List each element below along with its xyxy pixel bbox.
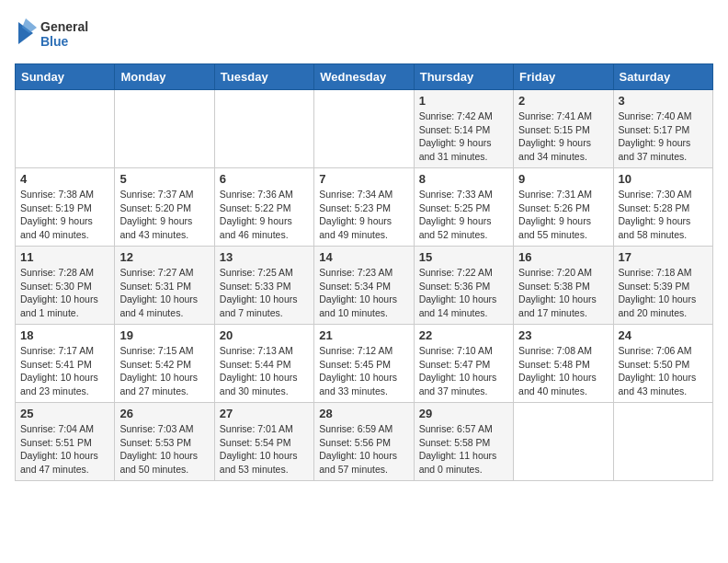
- day-cell: 18Sunrise: 7:17 AM Sunset: 5:41 PM Dayli…: [16, 325, 115, 403]
- day-number: 5: [119, 172, 209, 186]
- day-cell: 1Sunrise: 7:42 AM Sunset: 5:14 PM Daylig…: [414, 90, 513, 168]
- day-header-monday: Monday: [115, 64, 214, 90]
- day-cell: 28Sunrise: 6:59 AM Sunset: 5:56 PM Dayli…: [314, 403, 414, 481]
- day-info: Sunrise: 7:40 AM Sunset: 5:17 PM Dayligh…: [619, 109, 708, 164]
- day-number: 25: [20, 407, 109, 420]
- day-info: Sunrise: 7:41 AM Sunset: 5:15 PM Dayligh…: [518, 109, 608, 164]
- day-info: Sunrise: 7:28 AM Sunset: 5:30 PM Dayligh…: [20, 266, 109, 320]
- day-info: Sunrise: 7:34 AM Sunset: 5:23 PM Dayligh…: [319, 188, 408, 242]
- day-info: Sunrise: 7:12 AM Sunset: 5:45 PM Dayligh…: [319, 344, 408, 398]
- week-row-2: 4Sunrise: 7:38 AM Sunset: 5:19 PM Daylig…: [16, 168, 713, 247]
- logo: General Blue: [15, 15, 88, 56]
- day-info: Sunrise: 7:38 AM Sunset: 5:19 PM Dayligh…: [20, 188, 109, 242]
- day-cell: 10Sunrise: 7:30 AM Sunset: 5:28 PM Dayli…: [613, 168, 712, 247]
- week-row-1: 1Sunrise: 7:42 AM Sunset: 5:14 PM Daylig…: [16, 90, 713, 168]
- day-cell: 22Sunrise: 7:10 AM Sunset: 5:47 PM Dayli…: [414, 325, 513, 403]
- svg-text:General: General: [40, 19, 88, 34]
- day-number: 23: [518, 328, 608, 342]
- day-number: 20: [220, 328, 309, 342]
- day-header-friday: Friday: [514, 64, 613, 90]
- day-cell: 9Sunrise: 7:31 AM Sunset: 5:26 PM Daylig…: [514, 168, 613, 247]
- day-cell: 21Sunrise: 7:12 AM Sunset: 5:45 PM Dayli…: [314, 325, 414, 403]
- day-info: Sunrise: 6:57 AM Sunset: 5:58 PM Dayligh…: [419, 422, 508, 477]
- day-headers-row: SundayMondayTuesdayWednesdayThursdayFrid…: [16, 64, 713, 90]
- week-row-3: 11Sunrise: 7:28 AM Sunset: 5:30 PM Dayli…: [16, 247, 713, 325]
- day-number: 2: [518, 94, 608, 108]
- calendar-header: SundayMondayTuesdayWednesdayThursdayFrid…: [16, 64, 713, 90]
- day-info: Sunrise: 7:37 AM Sunset: 5:20 PM Dayligh…: [119, 188, 209, 242]
- day-number: 27: [220, 407, 309, 420]
- day-cell: 6Sunrise: 7:36 AM Sunset: 5:22 PM Daylig…: [214, 168, 313, 247]
- day-number: 15: [419, 250, 508, 264]
- day-cell: 11Sunrise: 7:28 AM Sunset: 5:30 PM Dayli…: [16, 247, 115, 325]
- day-number: 16: [518, 250, 608, 264]
- day-number: 11: [20, 250, 109, 264]
- calendar-table: SundayMondayTuesdayWednesdayThursdayFrid…: [15, 63, 713, 481]
- day-number: 1: [419, 94, 508, 108]
- day-info: Sunrise: 7:17 AM Sunset: 5:41 PM Dayligh…: [20, 344, 109, 398]
- day-number: 8: [419, 172, 508, 186]
- day-info: Sunrise: 7:22 AM Sunset: 5:36 PM Dayligh…: [419, 266, 508, 320]
- calendar-body: 1Sunrise: 7:42 AM Sunset: 5:14 PM Daylig…: [16, 90, 713, 481]
- day-cell: [16, 90, 115, 168]
- day-info: Sunrise: 7:10 AM Sunset: 5:47 PM Dayligh…: [419, 344, 508, 398]
- day-cell: 13Sunrise: 7:25 AM Sunset: 5:33 PM Dayli…: [214, 247, 313, 325]
- day-number: 18: [20, 328, 109, 342]
- day-header-tuesday: Tuesday: [214, 64, 313, 90]
- day-cell: 15Sunrise: 7:22 AM Sunset: 5:36 PM Dayli…: [414, 247, 513, 325]
- day-cell: 7Sunrise: 7:34 AM Sunset: 5:23 PM Daylig…: [314, 168, 414, 247]
- day-cell: 17Sunrise: 7:18 AM Sunset: 5:39 PM Dayli…: [613, 247, 712, 325]
- day-cell: [514, 403, 613, 481]
- day-info: Sunrise: 7:01 AM Sunset: 5:54 PM Dayligh…: [220, 422, 309, 477]
- day-cell: 19Sunrise: 7:15 AM Sunset: 5:42 PM Dayli…: [115, 325, 214, 403]
- day-number: 13: [220, 250, 309, 264]
- day-number: 3: [619, 94, 708, 108]
- logo-svg: General Blue: [15, 15, 88, 56]
- day-cell: 29Sunrise: 6:57 AM Sunset: 5:58 PM Dayli…: [414, 403, 513, 481]
- day-cell: 24Sunrise: 7:06 AM Sunset: 5:50 PM Dayli…: [613, 325, 712, 403]
- day-cell: 27Sunrise: 7:01 AM Sunset: 5:54 PM Dayli…: [214, 403, 313, 481]
- day-cell: 2Sunrise: 7:41 AM Sunset: 5:15 PM Daylig…: [514, 90, 613, 168]
- day-cell: 14Sunrise: 7:23 AM Sunset: 5:34 PM Dayli…: [314, 247, 414, 325]
- day-cell: 26Sunrise: 7:03 AM Sunset: 5:53 PM Dayli…: [115, 403, 214, 481]
- day-number: 28: [319, 407, 408, 420]
- day-number: 4: [20, 172, 109, 186]
- day-header-sunday: Sunday: [16, 64, 115, 90]
- day-info: Sunrise: 7:13 AM Sunset: 5:44 PM Dayligh…: [220, 344, 309, 398]
- day-number: 12: [119, 250, 209, 264]
- day-number: 9: [518, 172, 608, 186]
- day-info: Sunrise: 7:31 AM Sunset: 5:26 PM Dayligh…: [518, 188, 608, 242]
- day-cell: [613, 403, 712, 481]
- day-number: 21: [319, 328, 408, 342]
- day-cell: 5Sunrise: 7:37 AM Sunset: 5:20 PM Daylig…: [115, 168, 214, 247]
- day-number: 17: [619, 250, 708, 264]
- day-info: Sunrise: 7:23 AM Sunset: 5:34 PM Dayligh…: [319, 266, 408, 320]
- day-cell: 4Sunrise: 7:38 AM Sunset: 5:19 PM Daylig…: [16, 168, 115, 247]
- svg-text:Blue: Blue: [40, 34, 69, 49]
- header: General Blue: [15, 15, 713, 56]
- day-info: Sunrise: 6:59 AM Sunset: 5:56 PM Dayligh…: [319, 422, 408, 477]
- day-info: Sunrise: 7:33 AM Sunset: 5:25 PM Dayligh…: [419, 188, 508, 242]
- day-info: Sunrise: 7:42 AM Sunset: 5:14 PM Dayligh…: [419, 109, 508, 164]
- day-header-wednesday: Wednesday: [314, 64, 414, 90]
- day-cell: 3Sunrise: 7:40 AM Sunset: 5:17 PM Daylig…: [613, 90, 712, 168]
- day-info: Sunrise: 7:20 AM Sunset: 5:38 PM Dayligh…: [518, 266, 608, 320]
- day-number: 29: [419, 407, 508, 420]
- day-cell: 8Sunrise: 7:33 AM Sunset: 5:25 PM Daylig…: [414, 168, 513, 247]
- day-cell: 16Sunrise: 7:20 AM Sunset: 5:38 PM Dayli…: [514, 247, 613, 325]
- day-cell: [115, 90, 214, 168]
- day-info: Sunrise: 7:27 AM Sunset: 5:31 PM Dayligh…: [119, 266, 209, 320]
- day-number: 6: [220, 172, 309, 186]
- day-header-thursday: Thursday: [414, 64, 513, 90]
- day-number: 24: [619, 328, 708, 342]
- day-number: 14: [319, 250, 408, 264]
- day-number: 19: [119, 328, 209, 342]
- day-info: Sunrise: 7:03 AM Sunset: 5:53 PM Dayligh…: [119, 422, 209, 477]
- day-cell: 12Sunrise: 7:27 AM Sunset: 5:31 PM Dayli…: [115, 247, 214, 325]
- day-cell: [314, 90, 414, 168]
- day-cell: 20Sunrise: 7:13 AM Sunset: 5:44 PM Dayli…: [214, 325, 313, 403]
- day-number: 7: [319, 172, 408, 186]
- day-info: Sunrise: 7:18 AM Sunset: 5:39 PM Dayligh…: [619, 266, 708, 320]
- day-number: 26: [119, 407, 209, 420]
- day-number: 10: [619, 172, 708, 186]
